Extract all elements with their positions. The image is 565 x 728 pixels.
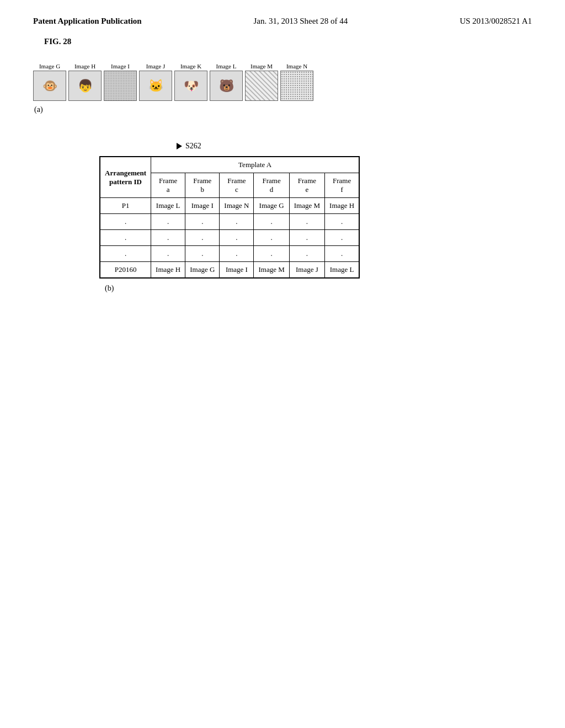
row-dots-2: . [100, 230, 151, 246]
col-frame-b: Frameb [185, 173, 220, 198]
col-frame-f: Framef [325, 173, 360, 198]
cell-dots1-d: . [254, 214, 289, 230]
image-m-label: Image M [250, 63, 273, 69]
cell-dots2-e: . [289, 230, 324, 246]
cell-dots2-c: . [220, 230, 254, 246]
image-l: 🐻 [210, 71, 243, 101]
row-dots-3: . [100, 246, 151, 262]
image-k: 🐶 [174, 71, 207, 101]
image-strip: Image G 🐵 Image H 👦 Image I [33, 63, 313, 101]
header-right: US 2013/0028521 A1 [460, 17, 532, 26]
row-id-p20160: P20160 [100, 262, 151, 279]
cell-dots2-d: . [254, 230, 289, 246]
image-j-content: 🐱 [140, 71, 172, 100]
cell-dots3-c: . [220, 246, 254, 262]
col-frame-c: Framec [220, 173, 254, 198]
cell-dots3-f: . [325, 246, 360, 262]
cell-p1-d: Image G [254, 198, 289, 214]
col-frame-d: Framed [254, 173, 289, 198]
col-frame-e: Framee [289, 173, 324, 198]
list-item: Image G 🐵 [33, 63, 66, 101]
cell-dots1-f: . [325, 214, 360, 230]
arrow-icon [177, 143, 182, 149]
image-g: 🐵 [33, 71, 66, 101]
header-center: Jan. 31, 2013 Sheet 28 of 44 [254, 17, 348, 26]
image-l-content: 🐻 [210, 71, 242, 100]
cell-p1-e: Image M [289, 198, 324, 214]
image-i [104, 71, 137, 101]
table-row: . . . . . . . [100, 214, 359, 230]
image-g-label: Image G [39, 63, 60, 69]
image-g-content: 🐵 [34, 71, 66, 100]
image-h-label: Image H [74, 63, 95, 69]
list-item: Image I [104, 63, 137, 101]
cell-p1-f: Image H [325, 198, 360, 214]
cell-p20160-f: Image L [325, 262, 360, 279]
table-row: P1 Image L Image I Image N Image G Image… [100, 198, 359, 214]
row-dots-1: . [100, 214, 151, 230]
header-left: Patent Application Publication [33, 17, 142, 26]
image-m-content [246, 71, 278, 100]
list-item: Image N [280, 63, 313, 101]
cell-dots1-c: . [220, 214, 254, 230]
image-j-label: Image J [146, 63, 166, 69]
fig-label: FIG. 28 [44, 37, 565, 46]
cell-dots1-e: . [289, 214, 324, 230]
image-k-content: 🐶 [175, 71, 207, 100]
table-row: . . . . . . . [100, 246, 359, 262]
cell-dots1-a: . [151, 214, 185, 230]
cell-dots2-a: . [151, 230, 185, 246]
cell-p1-a: Image L [151, 198, 185, 214]
cell-p1-c: Image N [220, 198, 254, 214]
image-h-content: 👦 [69, 71, 101, 100]
cell-dots3-d: . [254, 246, 289, 262]
template-a-header: Template A [151, 157, 360, 173]
cell-p20160-b: Image G [185, 262, 220, 279]
image-i-label: Image I [111, 63, 130, 69]
cell-p20160-e: Image J [289, 262, 324, 279]
list-item: Image L 🐻 [210, 63, 243, 101]
image-n [280, 71, 313, 101]
list-item: Image H 👦 [68, 63, 102, 101]
s262-label: S262 [185, 142, 201, 151]
list-item: Image K 🐶 [174, 63, 207, 101]
part-a-label: (a) [34, 105, 313, 114]
image-h: 👦 [68, 71, 102, 101]
image-n-content [281, 71, 313, 100]
col-arrangement-header: Arrangementpattern ID [100, 157, 151, 198]
list-item: Image J 🐱 [139, 63, 172, 101]
cell-dots3-a: . [151, 246, 185, 262]
cell-dots1-b: . [185, 214, 220, 230]
row-id-p1: P1 [100, 198, 151, 214]
table-row: P20160 Image H Image G Image I Image M I… [100, 262, 359, 279]
part-b-label: (b) [105, 284, 532, 293]
image-k-label: Image K [180, 63, 201, 69]
cell-p1-b: Image I [185, 198, 220, 214]
image-i-content [104, 71, 136, 100]
image-j: 🐱 [139, 71, 172, 101]
cell-p20160-a: Image H [151, 262, 185, 279]
cell-dots3-e: . [289, 246, 324, 262]
list-item: Image M [245, 63, 278, 101]
table-row: . . . . . . . [100, 230, 359, 246]
image-n-label: Image N [286, 63, 307, 69]
cell-dots3-b: . [185, 246, 220, 262]
image-l-label: Image L [216, 63, 237, 69]
arrangement-table: Arrangementpattern ID Template A Framea … [99, 156, 360, 279]
cell-p20160-d: Image M [254, 262, 289, 279]
col-frame-a: Framea [151, 173, 185, 198]
image-m [245, 71, 278, 101]
cell-dots2-b: . [185, 230, 220, 246]
cell-dots2-f: . [325, 230, 360, 246]
cell-p20160-c: Image I [220, 262, 254, 279]
